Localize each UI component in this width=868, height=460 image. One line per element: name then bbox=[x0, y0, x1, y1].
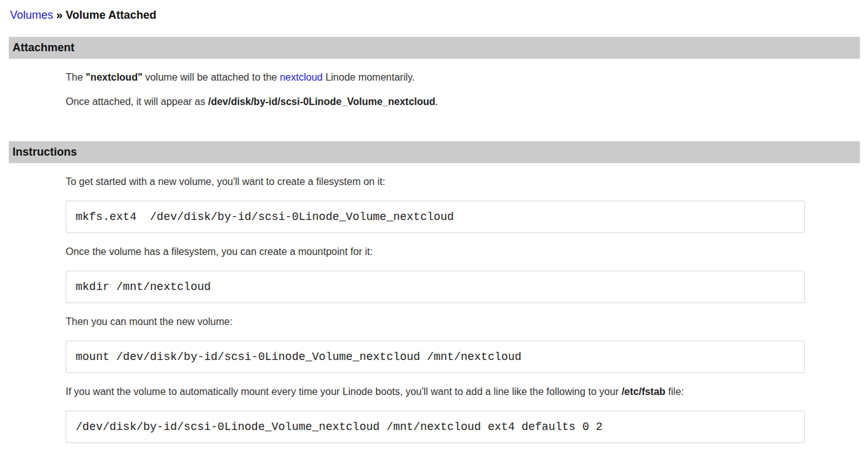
instructions-section-title: Instructions bbox=[13, 146, 77, 158]
breadcrumb: Volumes » Volume Attached bbox=[10, 9, 859, 22]
fstab-path: /etc/fstab bbox=[622, 386, 665, 397]
attachment-status-text: The "nextcloud" volume will be attached … bbox=[66, 72, 868, 83]
device-path: /dev/disk/by-id/scsi-0Linode_Volume_next… bbox=[208, 96, 435, 107]
breadcrumb-volumes-link[interactable]: Volumes bbox=[10, 9, 53, 21]
volume-name: "nextcloud" bbox=[86, 72, 143, 82]
instructions-section-header: Instructions bbox=[9, 141, 860, 163]
attachment-section-body: The "nextcloud" volume will be attached … bbox=[66, 59, 868, 121]
page-title: Volume Attached bbox=[66, 9, 156, 21]
attachment-section-title: Attachment bbox=[13, 41, 74, 54]
attachment-section-header: Attachment bbox=[9, 37, 860, 59]
linode-link[interactable]: nextcloud bbox=[280, 72, 323, 82]
step-mount-volume-text: Then you can mount the new volume: bbox=[66, 316, 868, 328]
fstab-line-code: /dev/disk/by-id/scsi-0Linode_Volume_next… bbox=[66, 411, 805, 443]
breadcrumb-separator: » bbox=[56, 9, 63, 21]
mkdir-command-code: mkdir /mnt/nextcloud bbox=[66, 271, 805, 303]
mkfs-command-code: mkfs.ext4 /dev/disk/by-id/scsi-0Linode_V… bbox=[66, 201, 805, 233]
step-create-filesystem-text: To get started with a new volume, you'll… bbox=[66, 176, 868, 188]
instructions-section-body: To get started with a new volume, you'll… bbox=[66, 163, 868, 456]
step-create-mountpoint-text: Once the volume has a filesystem, you ca… bbox=[66, 246, 868, 258]
step-fstab-text: If you want the volume to automatically … bbox=[66, 386, 868, 398]
mount-command-code: mount /dev/disk/by-id/scsi-0Linode_Volum… bbox=[66, 341, 805, 373]
attachment-device-text: Once attached, it will appear as /dev/di… bbox=[66, 96, 868, 108]
